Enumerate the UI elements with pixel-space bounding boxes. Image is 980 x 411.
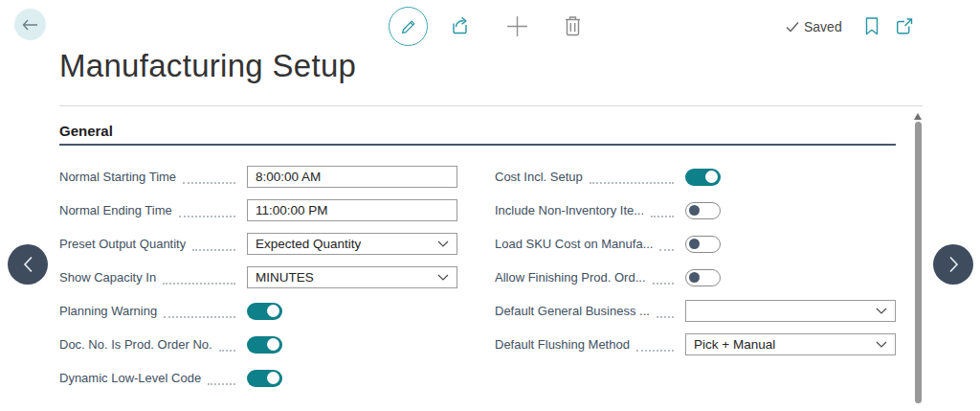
cost-incl-setup-toggle[interactable] [685, 169, 721, 186]
scrollbar-thumb[interactable] [915, 122, 922, 403]
dotted-leader [657, 308, 674, 318]
dynamic-low-level-code-toggle[interactable] [247, 370, 282, 387]
preset-output-quantity-select[interactable]: Expected Quantity [247, 233, 457, 255]
dotted-leader [590, 174, 674, 184]
planning-warning-toggle[interactable] [247, 303, 282, 320]
form-column-left: Normal Starting Time Normal Ending Time … [59, 160, 457, 395]
field-planning-warning: Planning Warning [59, 294, 457, 328]
normal-ending-time-input[interactable] [247, 199, 457, 221]
open-in-window-icon [896, 17, 914, 35]
field-label: Default Flushing Method [495, 337, 630, 352]
default-flushing-method-select[interactable]: Pick + Manual [685, 333, 896, 355]
toggle-knob [689, 272, 700, 283]
dotted-leader [183, 174, 235, 184]
toggle-knob [689, 205, 700, 216]
chevron-right-icon [948, 256, 959, 273]
normal-starting-time-input[interactable] [247, 166, 457, 188]
toggle-knob [705, 171, 718, 183]
back-button[interactable] [14, 9, 46, 40]
doc-no-is-prod-order-no-toggle[interactable] [247, 336, 282, 354]
field-label: Show Capacity In [59, 270, 156, 285]
dotted-leader [208, 376, 235, 385]
edit-pencil-icon [400, 18, 417, 35]
toggle-knob [267, 305, 279, 317]
check-icon [786, 21, 799, 33]
dotted-leader [659, 241, 674, 251]
allow-finishing-prod-order-toggle[interactable] [685, 269, 721, 286]
default-general-business-select[interactable] [685, 300, 896, 322]
dotted-leader [653, 275, 674, 285]
back-arrow-icon [22, 19, 38, 31]
load-sku-cost-toggle[interactable] [685, 236, 721, 253]
toggle-knob [689, 239, 700, 249]
field-label: Default General Business ... [495, 304, 650, 318]
field-label: Include Non-Inventory Ite... [495, 203, 644, 217]
saved-label: Saved [804, 19, 842, 34]
field-normal-ending-time: Normal Ending Time [59, 194, 457, 227]
field-label: Doc. No. Is Prod. Order No. [59, 337, 212, 352]
field-label: Load SKU Cost on Manufa... [495, 237, 653, 251]
form-column-right: Cost Incl. Setup Include Non-Inventory I… [495, 160, 896, 361]
field-preset-output-quantity: Preset Output Quantity Expected Quantity [59, 227, 457, 261]
prev-page-button[interactable] [8, 244, 48, 285]
share-icon [451, 15, 472, 35]
chevron-down-icon [437, 274, 449, 281]
dotted-leader [179, 208, 235, 217]
field-label: Preset Output Quantity [59, 237, 186, 251]
toggle-knob [267, 372, 279, 384]
edit-button[interactable] [389, 7, 428, 46]
show-capacity-in-select[interactable]: MINUTES [247, 266, 457, 288]
section-header-general[interactable]: General [59, 123, 113, 139]
field-label: Normal Ending Time [59, 203, 172, 217]
field-label: Planning Warning [59, 304, 157, 318]
field-label: Dynamic Low-Level Code [59, 371, 201, 385]
dotted-leader [219, 342, 235, 352]
field-load-sku-cost: Load SKU Cost on Manufa... [495, 227, 896, 261]
save-status: Saved [786, 19, 842, 34]
field-include-non-inventory-items: Include Non-Inventory Ite... [495, 194, 896, 227]
dotted-leader [192, 241, 235, 251]
field-label: Normal Starting Time [59, 170, 176, 184]
next-page-button[interactable] [933, 244, 973, 285]
field-doc-no-is-prod-order-no: Doc. No. Is Prod. Order No. [59, 328, 457, 361]
field-default-flushing-method: Default Flushing Method Pick + Manual [495, 328, 896, 361]
section-underline [59, 144, 896, 146]
chevron-down-icon [876, 341, 887, 348]
field-cost-incl-setup: Cost Incl. Setup [495, 160, 896, 194]
delete-button[interactable] [564, 15, 582, 36]
chevron-left-icon [23, 256, 33, 273]
chevron-down-icon [876, 308, 887, 314]
scrollbar-up-arrow[interactable] [914, 113, 922, 120]
field-normal-starting-time: Normal Starting Time [59, 160, 457, 194]
share-button[interactable] [451, 15, 472, 35]
new-button[interactable] [506, 15, 528, 37]
include-non-inventory-items-toggle[interactable] [685, 202, 721, 219]
field-default-general-business: Default General Business ... [495, 294, 896, 328]
dotted-leader [163, 275, 235, 285]
add-plus-icon [506, 15, 528, 37]
trash-icon [564, 15, 582, 36]
field-allow-finishing-prod-order: Allow Finishing Prod. Ord... [495, 261, 896, 294]
field-show-capacity-in: Show Capacity In MINUTES [59, 261, 457, 294]
page-title: Manufacturing Setup [59, 48, 356, 84]
bookmark-button[interactable] [865, 17, 879, 35]
chevron-down-icon [437, 240, 449, 247]
field-label: Cost Incl. Setup [495, 170, 583, 184]
field-label: Allow Finishing Prod. Ord... [495, 270, 646, 285]
title-divider [59, 105, 923, 106]
dotted-leader [636, 342, 674, 352]
bookmark-icon [865, 17, 879, 35]
dotted-leader [651, 208, 674, 217]
dotted-leader [164, 308, 235, 318]
toggle-knob [267, 338, 279, 351]
popout-button[interactable] [896, 17, 914, 35]
field-dynamic-low-level-code: Dynamic Low-Level Code [59, 361, 457, 395]
